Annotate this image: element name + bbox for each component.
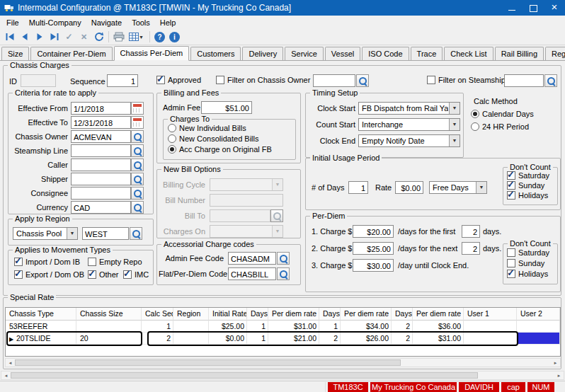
charge3-amount-input[interactable] xyxy=(353,259,394,272)
lookup-icon[interactable] xyxy=(277,267,290,280)
movement-other-checkbox[interactable]: Other xyxy=(88,270,119,280)
menu-file[interactable]: File xyxy=(1,16,24,29)
region-input[interactable] xyxy=(82,227,129,240)
clock-end-combo[interactable]: Empty Notify Date xyxy=(358,134,460,147)
tab-vessel[interactable]: Vessel xyxy=(325,47,360,60)
initial-days-input[interactable] xyxy=(348,181,368,194)
window-hscrollbar[interactable] xyxy=(1,371,564,380)
column-header[interactable]: Initial Rate xyxy=(209,308,247,321)
table-row[interactable]: 53REEFER 1 $25.00 1 $31.00 1 $34.00 2 $3… xyxy=(6,321,560,333)
column-header[interactable]: Per diem rate 1 xyxy=(268,308,319,321)
lookup-icon[interactable] xyxy=(356,74,369,87)
cell-chassis-size[interactable] xyxy=(76,321,142,333)
filter-chassis-owner-input[interactable] xyxy=(313,74,355,87)
menu-help[interactable]: Help xyxy=(155,16,181,29)
region-type-combo[interactable]: Chassis Pool xyxy=(13,227,78,240)
scrollbar-thumb[interactable] xyxy=(15,359,401,366)
cell-days[interactable]: 2 xyxy=(392,321,413,333)
caller-input[interactable] xyxy=(71,158,131,171)
help-button[interactable] xyxy=(152,30,167,44)
effective-from-input[interactable] xyxy=(71,102,131,115)
cell-days[interactable]: 2 xyxy=(319,333,341,345)
cell-user-2-focused[interactable] xyxy=(517,333,560,345)
scroll-left-arrow-icon[interactable] xyxy=(1,371,11,379)
grid-hscrollbar[interactable] xyxy=(5,358,561,367)
chevron-down-icon[interactable] xyxy=(449,135,460,146)
lookup-icon[interactable] xyxy=(131,187,144,200)
cell-per-diem-rate-2[interactable]: $26.00 xyxy=(341,333,392,345)
charges-to-individual-radio[interactable]: New Individual Bills xyxy=(168,124,246,134)
movement-empty-repo-checkbox[interactable]: Empty Repo xyxy=(88,258,142,267)
cell-per-diem-rate-3[interactable]: $31.00 xyxy=(413,333,464,345)
close-button[interactable] xyxy=(544,0,565,16)
column-header[interactable]: Chassis Size xyxy=(76,308,142,321)
charges-to-consolidated-radio[interactable]: New Consolidated Bills xyxy=(168,134,259,144)
tab-delivery[interactable]: Delivery xyxy=(242,47,283,60)
flat-per-diem-code-input[interactable] xyxy=(228,267,276,280)
cell-user-1[interactable] xyxy=(464,333,517,345)
tab-iso-code[interactable]: ISO Code xyxy=(362,47,409,60)
print-button[interactable] xyxy=(111,30,126,44)
approved-checkbox[interactable]: Approved xyxy=(156,76,201,86)
cell-days[interactable]: 2 xyxy=(392,333,413,345)
cell-calc-seq[interactable]: 1 xyxy=(142,321,173,333)
scroll-left-arrow-icon[interactable] xyxy=(6,359,15,367)
movement-import-checkbox[interactable]: Import / Dom IB xyxy=(14,258,80,267)
cell-region[interactable] xyxy=(173,333,209,345)
cell-per-diem-rate-1[interactable]: $21.00 xyxy=(268,333,319,345)
admin-fee-input[interactable] xyxy=(201,101,252,114)
cell-chassis-type[interactable]: 53REEFER xyxy=(6,321,76,333)
menu-navigate[interactable]: Navigate xyxy=(86,16,127,29)
count-start-combo[interactable]: Interchange xyxy=(358,118,460,131)
column-header[interactable]: Per diem rate 3 xyxy=(413,308,464,321)
clock-start-combo[interactable]: FB Dispatch from Rail Yard xyxy=(358,102,460,115)
menu-multi-company[interactable]: Multi-Company xyxy=(24,16,86,29)
lookup-icon[interactable] xyxy=(131,201,144,214)
tab-trace[interactable]: Trace xyxy=(411,47,443,60)
table-row-current[interactable]: 20TSLIDE 20 2 $0.00 1 $21.00 2 $26.00 2 … xyxy=(6,333,560,345)
column-header[interactable]: Region xyxy=(173,308,209,321)
filter-steamship-checkbox[interactable]: Filter on Steamship xyxy=(427,76,506,86)
tab-check-list[interactable]: Check List xyxy=(444,47,493,60)
tab-rail-billing[interactable]: Rail Billing xyxy=(495,47,544,60)
steamship-line-input[interactable] xyxy=(71,144,131,157)
currency-input[interactable] xyxy=(71,201,131,214)
menu-tools[interactable]: Tools xyxy=(127,16,155,29)
lookup-icon[interactable] xyxy=(130,227,142,240)
24hr-period-radio[interactable]: 24 HR Period xyxy=(471,122,529,132)
column-header[interactable]: Chassis Type xyxy=(6,308,76,321)
cell-chassis-size[interactable]: 20 xyxy=(76,333,142,345)
lookup-icon[interactable] xyxy=(277,252,290,265)
cell-calc-seq[interactable]: 2 xyxy=(142,333,173,345)
maximize-button[interactable] xyxy=(523,0,544,16)
cell-user-1[interactable] xyxy=(464,321,517,333)
charge2-days-input[interactable] xyxy=(462,242,480,255)
saturday-checkbox[interactable]: Saturday xyxy=(507,248,549,258)
chevron-down-icon[interactable] xyxy=(67,228,77,239)
chevron-down-icon[interactable] xyxy=(449,103,460,114)
consignee-input[interactable] xyxy=(71,187,131,200)
calendar-icon[interactable] xyxy=(131,116,144,129)
grid-options-button[interactable] xyxy=(126,30,147,44)
titlebar[interactable]: Intermodal Configuration @ TM183C [TMWIN… xyxy=(0,0,565,16)
shipper-input[interactable] xyxy=(71,173,131,185)
column-header[interactable]: Per diem rate 2 xyxy=(341,308,392,321)
minimize-button[interactable] xyxy=(501,0,523,16)
column-header[interactable]: Days xyxy=(247,308,268,321)
cell-chassis-type[interactable]: 20TSLIDE xyxy=(6,333,76,345)
nav-prior-button[interactable] xyxy=(17,30,32,44)
charges-to-original-fb-radio[interactable]: Acc Charge on Original FB xyxy=(168,145,272,155)
post-button[interactable]: ✓ xyxy=(62,30,76,44)
lookup-icon[interactable] xyxy=(131,173,144,185)
charge1-days-input[interactable] xyxy=(462,225,480,238)
cell-user-2[interactable] xyxy=(517,321,560,333)
about-button[interactable] xyxy=(167,30,182,44)
chassis-owner-input[interactable] xyxy=(71,130,131,143)
tab-service[interactable]: Service xyxy=(285,47,324,60)
cell-initial-rate[interactable]: $0.00 xyxy=(209,333,247,345)
filter-steamship-input[interactable] xyxy=(504,74,544,87)
charge1-amount-input[interactable] xyxy=(353,225,394,238)
tab-customers[interactable]: Customers xyxy=(190,47,241,60)
cell-days[interactable]: 1 xyxy=(247,333,268,345)
chevron-down-icon[interactable] xyxy=(476,182,486,193)
